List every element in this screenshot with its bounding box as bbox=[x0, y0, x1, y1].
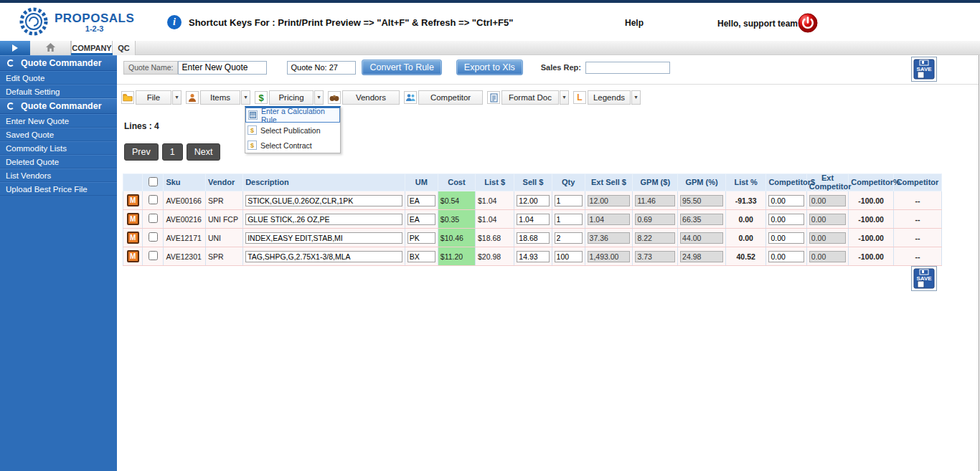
row-checkbox[interactable] bbox=[149, 214, 158, 223]
menu-competitor[interactable]: Competitor bbox=[418, 90, 483, 105]
quote-lines-table: Sku Vendor Description UM Cost List $ Se… bbox=[123, 173, 942, 266]
row-checkbox[interactable] bbox=[149, 195, 158, 204]
menu-vendors[interactable]: Vendors bbox=[342, 90, 400, 105]
menu-file[interactable]: File bbox=[136, 90, 171, 105]
sell-price-input[interactable] bbox=[517, 232, 549, 244]
pricing-dollar-icon: $ bbox=[255, 91, 268, 104]
m-button[interactable]: M bbox=[127, 232, 139, 244]
um-input[interactable] bbox=[407, 214, 435, 225]
chevron-down-icon[interactable]: ▼ bbox=[241, 90, 250, 105]
menu-item-select-contract[interactable]: $ Select Contract bbox=[245, 138, 340, 153]
sidebar-item-upload-best-price-file[interactable]: Upload Best Price File bbox=[0, 182, 117, 196]
logout-power-button[interactable] bbox=[798, 13, 818, 33]
col-list-pct: List % bbox=[725, 174, 765, 191]
description-input[interactable] bbox=[245, 251, 402, 262]
col-ext-competitor: Ext Competitor bbox=[806, 174, 849, 191]
col-competitor: Competitor bbox=[894, 174, 942, 191]
quote-name-input[interactable] bbox=[178, 61, 267, 75]
binoculars-icon bbox=[328, 91, 341, 104]
competitor-price-input[interactable] bbox=[768, 232, 804, 244]
competitor-price-input[interactable] bbox=[768, 251, 804, 262]
export-to-xls-button[interactable]: Export to Xls bbox=[456, 60, 523, 75]
qty-input[interactable] bbox=[555, 195, 583, 206]
chevron-down-icon[interactable]: ▼ bbox=[560, 90, 569, 105]
page-number-button[interactable]: 1 bbox=[162, 143, 183, 161]
description-input[interactable] bbox=[245, 232, 402, 244]
description-input[interactable] bbox=[245, 214, 402, 225]
app-header: PROPOSALS 1-2-3 i Shortcut Keys For : Pr… bbox=[0, 3, 980, 41]
convert-to-rule-button[interactable]: Convert To Rule bbox=[362, 60, 441, 75]
quote-no-input[interactable] bbox=[287, 61, 356, 75]
menu-pricing[interactable]: Pricing bbox=[269, 90, 314, 105]
um-input[interactable] bbox=[407, 195, 435, 206]
person-icon bbox=[186, 91, 199, 104]
chevron-down-icon[interactable]: ▼ bbox=[314, 90, 324, 105]
home-tab[interactable] bbox=[30, 41, 71, 55]
lines-count-label: Lines : 4 bbox=[124, 121, 159, 131]
pricing-dropdown-menu: Enter a Calculation Rule $ Select Public… bbox=[245, 106, 341, 153]
menu-item-enter-calculation-rule[interactable]: Enter a Calculation Rule bbox=[245, 108, 340, 123]
sidebar-section-quote-commander-1[interactable]: Quote Commander bbox=[0, 55, 117, 71]
description-input[interactable] bbox=[245, 195, 402, 206]
help-link[interactable]: Help bbox=[625, 18, 644, 28]
sidebar-section-quote-commander-2[interactable]: Quote Commander bbox=[0, 98, 117, 114]
play-arrow-icon bbox=[12, 44, 18, 52]
sidebar-item-default-setting[interactable]: Default Setting bbox=[0, 85, 117, 98]
gpm-pct-field bbox=[680, 251, 723, 262]
menu-legends[interactable]: Legends bbox=[588, 90, 631, 105]
sidebar-item-edit-quote[interactable]: Edit Quote bbox=[0, 71, 117, 85]
sidebar-item-list-vendors[interactable]: List Vendors bbox=[0, 168, 117, 182]
gpm-dollar-field bbox=[635, 232, 675, 244]
row-checkbox[interactable] bbox=[149, 232, 158, 242]
sidebar-item-deleted-quote[interactable]: Deleted Quote bbox=[0, 155, 117, 168]
menu-items[interactable]: Items bbox=[200, 90, 240, 105]
competitor-price-input[interactable] bbox=[768, 214, 804, 225]
um-input[interactable] bbox=[407, 251, 435, 262]
prev-page-button[interactable]: Prev bbox=[124, 143, 159, 161]
col-sku: Sku bbox=[164, 174, 206, 191]
sell-price-input[interactable] bbox=[517, 214, 549, 225]
select-all-checkbox[interactable] bbox=[149, 177, 158, 186]
chevron-down-icon[interactable]: ▼ bbox=[631, 90, 641, 105]
contract-dollar-icon: $ bbox=[248, 141, 257, 150]
competitor-cell: -- bbox=[894, 191, 942, 210]
col-vendor: Vendor bbox=[205, 174, 242, 191]
sidebar-item-commodity-lists[interactable]: Commodity Lists bbox=[0, 141, 117, 155]
sales-rep-label: Sales Rep: bbox=[541, 63, 581, 72]
vendor-cell: UNI bbox=[205, 229, 242, 247]
logo-gear-icon bbox=[19, 6, 49, 39]
competitor-pct-cell: -100.00 bbox=[849, 229, 894, 247]
m-button[interactable]: M bbox=[127, 213, 139, 225]
save-button-top[interactable]: SAVE bbox=[911, 57, 937, 82]
sell-price-input[interactable] bbox=[517, 251, 549, 262]
m-button[interactable]: M bbox=[127, 194, 139, 206]
ext-sell-field bbox=[588, 195, 631, 206]
col-competitor-dollar: Competitor$ bbox=[766, 174, 806, 191]
qty-input[interactable] bbox=[555, 214, 583, 225]
menubar: File ▼ Items ▼ $ Pricing ▼ Vendors Compe… bbox=[121, 89, 645, 106]
gpm-dollar-field bbox=[635, 251, 675, 262]
list-pct-cell: 0.00 bbox=[725, 210, 765, 229]
qty-input[interactable] bbox=[555, 251, 583, 262]
shortcut-keys-text: Shortcut Keys For : Print/Print Preview … bbox=[189, 17, 513, 28]
chevron-down-icon[interactable]: ▼ bbox=[172, 90, 182, 105]
save-floppy-icon: SAVE bbox=[913, 59, 935, 80]
qty-input[interactable] bbox=[555, 232, 583, 244]
sidebar-toggle-tab[interactable] bbox=[0, 41, 30, 55]
quote-toolbar: Quote Name: Convert To Rule Export to Xl… bbox=[123, 60, 670, 75]
save-button-bottom[interactable]: SAVE bbox=[911, 266, 937, 291]
row-checkbox[interactable] bbox=[149, 251, 158, 260]
sell-price-input[interactable] bbox=[517, 195, 549, 206]
um-input[interactable] bbox=[407, 232, 435, 244]
m-button[interactable]: M bbox=[127, 250, 139, 262]
gpm-dollar-field bbox=[635, 214, 675, 225]
tab-qc[interactable]: QC bbox=[113, 41, 136, 55]
competitor-price-input[interactable] bbox=[768, 195, 804, 206]
col-ext-sell: Ext Sell $ bbox=[585, 174, 633, 191]
sidebar-item-saved-quote[interactable]: Saved Quote bbox=[0, 128, 117, 141]
sales-rep-input[interactable] bbox=[585, 62, 670, 74]
menu-item-select-publication[interactable]: $ Select Publication bbox=[245, 123, 340, 138]
next-page-button[interactable]: Next bbox=[187, 143, 221, 161]
menu-format-doc[interactable]: Format Doc bbox=[501, 90, 559, 105]
sidebar-item-enter-new-quote[interactable]: Enter New Quote bbox=[0, 114, 117, 128]
